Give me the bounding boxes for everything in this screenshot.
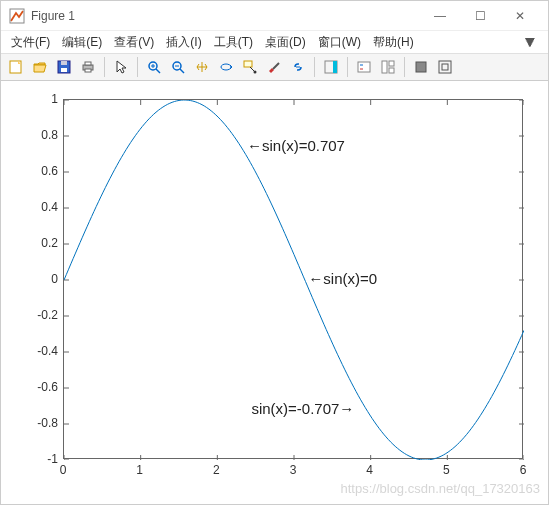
xtick-label: 5 bbox=[443, 463, 450, 477]
xtick-label: 3 bbox=[290, 463, 297, 477]
svg-rect-16 bbox=[244, 61, 252, 67]
annotation: sin(x)=-0.707→ bbox=[251, 400, 354, 417]
menu-edit[interactable]: 编辑(E) bbox=[56, 32, 108, 53]
toolbar bbox=[1, 53, 548, 81]
print-button[interactable] bbox=[77, 56, 99, 78]
ytick-label: -0.4 bbox=[37, 344, 58, 358]
svg-rect-26 bbox=[382, 61, 387, 73]
svg-rect-6 bbox=[85, 62, 91, 65]
save-button[interactable] bbox=[53, 56, 75, 78]
watermark-text: https://blog.csdn.net/qq_17320163 bbox=[341, 481, 541, 496]
menu-tools[interactable]: 工具(T) bbox=[208, 32, 259, 53]
svg-point-15 bbox=[221, 64, 231, 70]
insert-colorbar-button[interactable] bbox=[320, 56, 342, 78]
svg-point-18 bbox=[254, 71, 257, 74]
annotation: ←sin(x)=0.707 bbox=[247, 137, 345, 154]
zoom-out-button[interactable] bbox=[167, 56, 189, 78]
window-controls: — ☐ ✕ bbox=[420, 2, 540, 30]
window-title: Figure 1 bbox=[31, 9, 420, 23]
axes-layout-button[interactable] bbox=[377, 56, 399, 78]
svg-rect-30 bbox=[439, 61, 451, 73]
svg-line-19 bbox=[273, 63, 279, 69]
svg-rect-27 bbox=[389, 61, 394, 66]
svg-rect-3 bbox=[61, 68, 67, 72]
svg-rect-23 bbox=[358, 62, 370, 72]
ytick-label: 0.6 bbox=[41, 164, 58, 178]
rotate3d-button[interactable] bbox=[215, 56, 237, 78]
matlab-figure-icon bbox=[9, 8, 25, 24]
toolbar-separator bbox=[104, 57, 105, 77]
ytick-label: -0.8 bbox=[37, 416, 58, 430]
close-button[interactable]: ✕ bbox=[500, 2, 540, 30]
menu-file[interactable]: 文件(F) bbox=[5, 32, 56, 53]
menu-window[interactable]: 窗口(W) bbox=[312, 32, 367, 53]
zoom-in-button[interactable] bbox=[143, 56, 165, 78]
menu-view[interactable]: 查看(V) bbox=[108, 32, 160, 53]
insert-legend-button[interactable] bbox=[353, 56, 375, 78]
menu-overflow-icon[interactable]: ⯆ bbox=[524, 35, 544, 49]
ytick-label: 0.4 bbox=[41, 200, 58, 214]
pan-button[interactable] bbox=[191, 56, 213, 78]
toolbar-separator bbox=[314, 57, 315, 77]
toolbar-separator bbox=[347, 57, 348, 77]
ytick-label: -0.6 bbox=[37, 380, 58, 394]
new-figure-button[interactable] bbox=[5, 56, 27, 78]
ytick-label: 0.2 bbox=[41, 236, 58, 250]
data-cursor-button[interactable] bbox=[239, 56, 261, 78]
svg-rect-7 bbox=[85, 69, 91, 72]
menu-help[interactable]: 帮助(H) bbox=[367, 32, 420, 53]
maximize-button[interactable]: ☐ bbox=[460, 2, 500, 30]
minimize-button[interactable]: — bbox=[420, 2, 460, 30]
ytick-label: 0 bbox=[51, 272, 58, 286]
toolbar-separator bbox=[137, 57, 138, 77]
menu-bar: 文件(F) 编辑(E) 查看(V) 插入(I) 工具(T) 桌面(D) 窗口(W… bbox=[1, 31, 548, 53]
menu-desktop[interactable]: 桌面(D) bbox=[259, 32, 312, 53]
svg-rect-31 bbox=[442, 64, 448, 70]
svg-rect-29 bbox=[416, 62, 426, 72]
xtick-label: 2 bbox=[213, 463, 220, 477]
svg-rect-22 bbox=[333, 61, 337, 73]
hide-tools-button[interactable] bbox=[410, 56, 432, 78]
figure-canvas[interactable]: -1-0.8-0.6-0.4-0.200.20.40.60.810123456 … bbox=[1, 81, 549, 504]
open-button[interactable] bbox=[29, 56, 51, 78]
svg-rect-4 bbox=[61, 61, 67, 65]
brush-button[interactable] bbox=[263, 56, 285, 78]
ytick-label: -1 bbox=[47, 452, 58, 466]
svg-line-13 bbox=[180, 69, 184, 73]
ytick-label: 1 bbox=[51, 92, 58, 106]
svg-line-9 bbox=[156, 69, 160, 73]
title-bar: Figure 1 — ☐ ✕ bbox=[1, 1, 548, 31]
ytick-label: -0.2 bbox=[37, 308, 58, 322]
annotation: ←sin(x)=0 bbox=[308, 270, 377, 287]
toolbar-separator bbox=[404, 57, 405, 77]
dock-button[interactable] bbox=[434, 56, 456, 78]
xtick-label: 4 bbox=[366, 463, 373, 477]
link-button[interactable] bbox=[287, 56, 309, 78]
xtick-label: 6 bbox=[520, 463, 527, 477]
menu-insert[interactable]: 插入(I) bbox=[160, 32, 207, 53]
ytick-label: 0.8 bbox=[41, 128, 58, 142]
pointer-button[interactable] bbox=[110, 56, 132, 78]
xtick-label: 0 bbox=[60, 463, 67, 477]
xtick-label: 1 bbox=[136, 463, 143, 477]
svg-rect-28 bbox=[389, 68, 394, 73]
